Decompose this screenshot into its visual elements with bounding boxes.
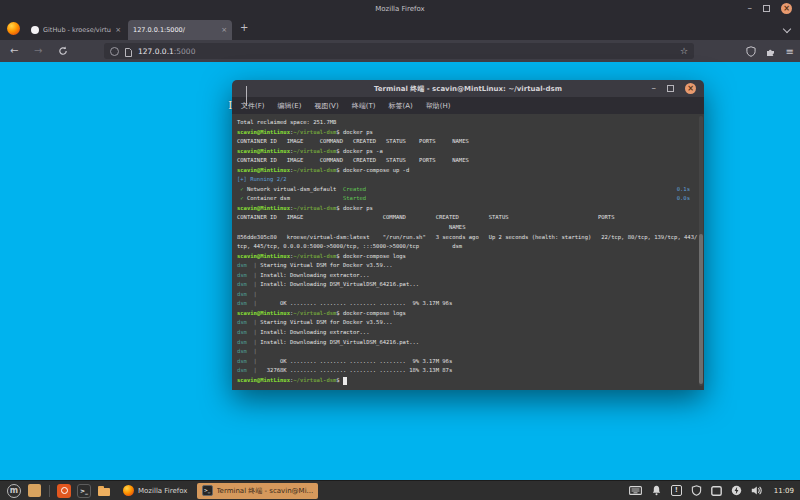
tab-close-icon[interactable]: ×: [115, 26, 121, 34]
chevron-down-icon[interactable]: [246, 86, 247, 105]
firefox-titlebar: Mozilla Firefox – ×: [0, 0, 800, 17]
terminal-line: dsm | 32768K ........ ........ ........ …: [237, 366, 698, 376]
terminal-line: ✓ Container dsm Started0.0s: [237, 194, 698, 204]
terminal-line: scavin@MintLinux:~/virtual-dsm$: [237, 376, 698, 386]
workspace-window-icon[interactable]: [711, 486, 722, 496]
window-button-label: Mozilla Firefox: [138, 487, 188, 495]
terminal-line: dsm | OK ........ ........ ........ ....…: [237, 357, 698, 367]
terminal-line: dsm | Install: Downloading extractor...: [237, 328, 698, 338]
terminal-line: [+] Running 2/2: [237, 175, 698, 185]
minimize-button[interactable]: –: [652, 84, 657, 93]
terminal-line: dsm | Install: Downloading extractor...: [237, 271, 698, 281]
terminal-launcher-icon[interactable]: >_: [77, 484, 91, 498]
terminal-window-title: Terminal 终端 - scavin@MintLinux: ~/virtua…: [374, 84, 562, 94]
show-desktop-button[interactable]: [28, 484, 41, 497]
page-info-icon[interactable]: [110, 47, 119, 56]
tab-close-icon[interactable]: ×: [221, 26, 227, 34]
terminal-window: Terminal 终端 - scavin@MintLinux: ~/virtua…: [232, 80, 704, 390]
terminal-line: scavin@MintLinux:~/virtual-dsm$ docker p…: [237, 204, 698, 214]
terminal-line: dsm | Install: Downloading DSM_VirtualDS…: [237, 338, 698, 348]
terminal-line: scavin@MintLinux:~/virtual-dsm$ docker-c…: [237, 166, 698, 176]
keyboard-layout-icon[interactable]: [629, 486, 642, 495]
terminal-line: CONTAINER ID IMAGE COMMAND CREATED STATU…: [237, 137, 698, 147]
reload-button[interactable]: [58, 46, 68, 60]
back-button[interactable]: ←: [10, 44, 18, 58]
terminal-line: ✓ Network virtual-dsm_default Created0.1…: [237, 185, 698, 195]
firefox-logo-icon[interactable]: [7, 22, 20, 35]
terminal-window-controls: – ×: [652, 80, 697, 97]
system-tray: ! 11:09: [629, 485, 796, 496]
notifications-bell-icon[interactable]: [651, 485, 662, 496]
power-manager-icon[interactable]: [731, 485, 742, 496]
firefox-tab-strip: GitHub - kroese/virtual-dsm×127.0.0.1:50…: [0, 17, 800, 40]
terminal-line: scavin@MintLinux:~/virtual-dsm$ docker-c…: [237, 309, 698, 319]
terminal-line: dsm | OK ........ ........ ........ ....…: [237, 299, 698, 309]
terminal-line: CONTAINER ID IMAGE COMMAND CREATED STATU…: [237, 213, 698, 223]
terminal-line: CONTAINER ID IMAGE COMMAND CREATED STATU…: [237, 156, 698, 166]
firefox-toolbar: ← → 127.0.0.1:5000 ☆ ≡: [0, 40, 800, 62]
mint-menu-button[interactable]: m: [7, 484, 21, 498]
menu-hamburger-icon[interactable]: ≡: [786, 46, 794, 57]
files-launcher-icon[interactable]: [97, 484, 111, 498]
volume-speaker-icon[interactable]: [751, 485, 763, 496]
taskbar-window-button[interactable]: >_Terminal 终端 - scavin@Mi...: [197, 483, 319, 499]
close-button[interactable]: ×: [685, 83, 696, 94]
terminal-line: dsm |: [237, 290, 698, 300]
forward-button[interactable]: →: [34, 44, 42, 58]
url-port: :5000: [174, 47, 196, 56]
scrollbar-thumb[interactable]: [699, 234, 703, 384]
browser-tab[interactable]: 127.0.0.1:5000/×: [128, 20, 232, 40]
terminal-line: scavin@MintLinux:~/virtual-dsm$ docker-c…: [237, 252, 698, 262]
chevron-down-icon: [783, 25, 791, 33]
terminal-menubar: 文件(F)编辑(E)视图(V)终端(T)标签(A)帮助(H): [232, 97, 704, 114]
terminal-menu-item[interactable]: 标签(A): [388, 101, 412, 111]
url-text[interactable]: 127.0.0.1:5000: [138, 47, 195, 56]
taskbar-window-button[interactable]: Mozilla Firefox: [118, 483, 193, 499]
terminal-line: dsm | Starting Virtual DSM for Docker v3…: [237, 318, 698, 328]
toolbar-right-icons: ≡: [746, 40, 794, 62]
update-manager-icon[interactable]: !: [671, 485, 682, 496]
minimize-button[interactable]: –: [748, 4, 753, 13]
extensions-puzzle-icon[interactable]: [766, 42, 776, 61]
taskbar: m >_ Mozilla Firefox>_Terminal 终端 - scav…: [0, 480, 800, 500]
url-bar[interactable]: 127.0.0.1:5000 ☆: [104, 43, 694, 59]
terminal-line: Total reclaimed space: 251.7MB: [237, 118, 698, 128]
account-shield-icon[interactable]: [746, 42, 756, 61]
terminal-output[interactable]: Total reclaimed space: 251.7MBscavin@Min…: [232, 114, 704, 390]
close-button[interactable]: ×: [781, 3, 792, 14]
terminal-line: NAMES: [237, 223, 698, 233]
terminal-line: dsm |: [237, 347, 698, 357]
maximize-button[interactable]: [763, 5, 770, 12]
terminal-line: scavin@MintLinux:~/virtual-dsm$ docker p…: [237, 147, 698, 157]
browser-tab[interactable]: GitHub - kroese/virtual-dsm×: [26, 20, 126, 40]
terminal-menu-item[interactable]: 视图(V): [314, 101, 338, 111]
firefox-window-controls: – ×: [748, 0, 793, 17]
new-tab-button[interactable]: +: [240, 23, 248, 33]
terminal-menu-item[interactable]: 文件(F): [241, 101, 265, 111]
url-host: 127.0.0.1: [138, 47, 174, 56]
reload-icon: [58, 46, 68, 56]
clock[interactable]: 11:09: [774, 487, 794, 495]
page-icon: [125, 42, 132, 61]
maximize-button[interactable]: [667, 85, 674, 92]
github-favicon: [31, 26, 39, 34]
terminal-menu-item[interactable]: 编辑(E): [278, 101, 302, 111]
terminal-icon: >_: [202, 485, 213, 496]
list-all-tabs-button[interactable]: [784, 26, 790, 32]
tab-label: 127.0.0.1:5000/: [133, 26, 217, 34]
terminal-line: scavin@MintLinux:~/virtual-dsm$ docker p…: [237, 128, 698, 138]
separator: [49, 485, 50, 497]
text-cursor-pointer: I: [228, 99, 232, 112]
terminal-scrollbar[interactable]: [699, 116, 703, 386]
firefox-window-title: Mozilla Firefox: [375, 5, 425, 13]
firefox-icon: [123, 485, 134, 496]
terminal-menu-item[interactable]: 帮助(H): [426, 101, 451, 111]
terminal-titlebar[interactable]: Terminal 终端 - scavin@MintLinux: ~/virtua…: [232, 80, 704, 97]
firewall-shield-icon[interactable]: [691, 485, 702, 496]
bookmark-star-icon[interactable]: ☆: [680, 46, 688, 56]
terminal-line: dsm | Install: Downloading DSM_VirtualDS…: [237, 280, 698, 290]
terminal-line: tcp, 445/tcp, 0.0.0.0:5000->5000/tcp, ::…: [237, 242, 698, 252]
terminal-menu-item[interactable]: 终端(T): [352, 101, 376, 111]
terminal-line: dsm | Starting Virtual DSM for Docker v3…: [237, 261, 698, 271]
firefox-launcher-icon[interactable]: [57, 484, 71, 498]
